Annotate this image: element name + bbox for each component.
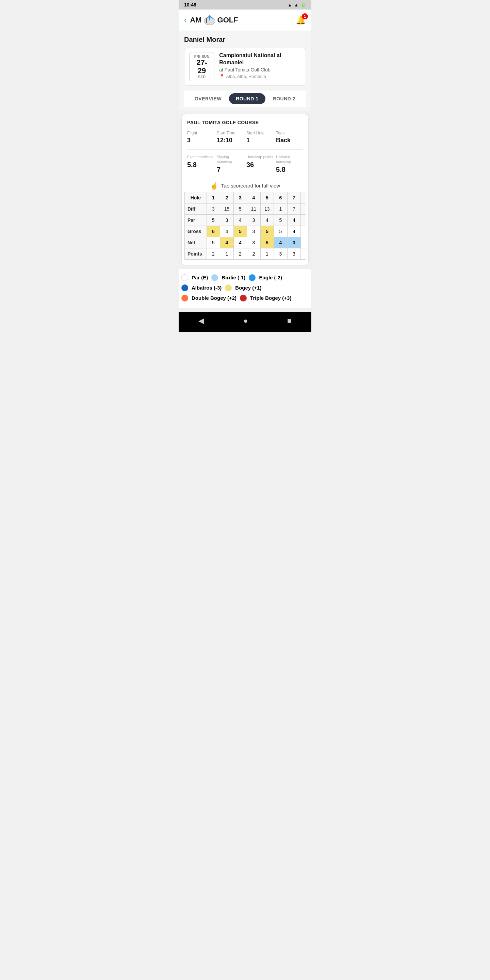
icon-battery: 🔋 — [301, 2, 306, 8]
back-button[interactable]: ‹ — [184, 16, 186, 24]
net-3: 4 — [234, 237, 247, 248]
notification-button[interactable]: 🔔 1 — [296, 15, 306, 25]
header-4: 4 — [247, 192, 260, 203]
diff-2: 15 — [220, 203, 234, 215]
header-2: 2 — [220, 192, 234, 203]
tab-round2[interactable]: ROUND 2 — [266, 93, 302, 104]
nav-back-button[interactable]: ◀ — [198, 317, 204, 325]
round-info-tees: Tees Back — [276, 130, 303, 144]
event-card: FRI-SUN 27-29 SEP Campionatul National a… — [184, 48, 306, 86]
tab-round1[interactable]: ROUND 1 — [229, 93, 266, 104]
course-title: PAUL TOMITA GOLF COURSE — [187, 120, 303, 125]
location-icon: 📍 — [219, 74, 224, 79]
par-6: 5 — [274, 215, 287, 226]
date-dates: 27-29 — [193, 59, 211, 75]
par-5: 4 — [260, 215, 274, 226]
header-6: 6 — [274, 192, 287, 203]
points-8: 2 — [301, 248, 305, 259]
legend-label-triple-bogey: Triple Bogey (+3) — [250, 295, 291, 301]
legend-dot-double-bogey — [181, 295, 188, 301]
header-5: 5 — [260, 192, 274, 203]
gross-5: 5 — [260, 226, 274, 237]
net-8: 3 — [301, 237, 305, 248]
legend-label-eagle: Eagle (-2) — [259, 275, 282, 280]
net-2: 4 — [220, 237, 234, 248]
legend-dot-par — [181, 274, 188, 281]
tap-hint-text: Tap scorecard for full view — [221, 183, 280, 189]
player-section: Daniel Morar FRI-SUN 27-29 SEP Campionat… — [179, 31, 311, 111]
scorecard-wrapper[interactable]: Hole 1 2 3 4 5 6 7 8 9 Out 10 Diff — [185, 192, 305, 259]
diff-8: 9 — [301, 203, 305, 215]
logo-text-golf: GOLF — [218, 16, 238, 24]
legend-label-birdie: Birdie (-1) — [221, 275, 245, 280]
legend-label-double-bogey: Double Bogey (+2) — [192, 295, 237, 301]
round-info-grid: Flight 3 Start Time 12:10 Start Hole 1 T… — [187, 130, 303, 144]
points-6: 3 — [274, 248, 287, 259]
diff-4: 11 — [247, 203, 260, 215]
tabs: OVERVIEW ROUND 1 ROUND 2 — [184, 91, 306, 107]
gross-8: 3 — [301, 226, 305, 237]
legend-dot-triple-bogey — [240, 295, 247, 301]
exact-handicap-label: Exact handicap — [187, 154, 214, 159]
main-content: PAUL TOMITA GOLF COURSE Flight 3 Start T… — [181, 114, 309, 266]
nav-recent-button[interactable]: ■ — [287, 317, 292, 325]
par-7: 4 — [287, 215, 301, 226]
gross-1: 6 — [207, 226, 220, 237]
gross-label: Gross — [185, 226, 207, 237]
starthole-value: 1 — [247, 137, 273, 144]
legend-row-double: Double Bogey (+2) Triple Bogey (+3) — [181, 295, 309, 301]
scorecard-diff-row: Diff 3 15 5 11 13 1 7 9 17 8 — [185, 203, 306, 215]
net-6: 4 — [274, 237, 287, 248]
flight-label: Flight — [187, 130, 214, 135]
gross-3: 5 — [234, 226, 247, 237]
tap-hint[interactable]: ☝ Tap scorecard for full view — [187, 179, 303, 192]
points-4: 2 — [247, 248, 260, 259]
event-name: Campionatul National al Romaniei — [219, 52, 301, 66]
legend-row-albatros: Albatros (-3) Bogey (+1) — [181, 285, 309, 291]
gross-4: 3 — [247, 226, 260, 237]
tab-overview[interactable]: OVERVIEW — [188, 93, 228, 104]
tap-icon: ☝ — [210, 182, 218, 190]
scorecard-points-row: Points 2 1 2 2 1 3 3 2 3 19 2 — [185, 248, 306, 259]
scorecard-header-row: Hole 1 2 3 4 5 6 7 8 9 Out 10 — [185, 192, 306, 203]
playing-handicap: Playing handicap 7 — [217, 154, 243, 173]
legend-dot-bogey — [225, 285, 232, 291]
diff-6: 1 — [274, 203, 287, 215]
tees-value: Back — [276, 137, 303, 144]
event-location-text: Alba, Alba, Romania — [226, 74, 266, 79]
header-1: 1 — [207, 192, 220, 203]
par-2: 3 — [220, 215, 234, 226]
legend: Par (E) Birdie (-1) Eagle (-2) Albatros … — [179, 269, 311, 308]
exact-handicap: Exact handicap 5.8 — [187, 154, 214, 173]
round-info-starthole: Start Hole 1 — [247, 130, 273, 144]
round-info-flight: Flight 3 — [187, 130, 214, 144]
legend-label-bogey: Bogey (+1) — [235, 285, 261, 291]
updated-handicap: Updated handicap 5.8 — [276, 154, 303, 173]
legend-dot-albatros — [181, 285, 188, 291]
diff-7: 7 — [287, 203, 301, 215]
points-7: 3 — [287, 248, 301, 259]
starttime-label: Start Time — [217, 130, 243, 135]
svg-point-3 — [208, 15, 211, 18]
icon-wifi: ▲ — [288, 2, 292, 8]
exact-handicap-value: 5.8 — [187, 161, 214, 169]
nav-home-button[interactable]: ● — [243, 317, 248, 325]
logo: AM GOLF — [190, 14, 238, 27]
event-info: Campionatul National al Romaniei at Paul… — [219, 52, 301, 79]
legend-dot-eagle — [249, 274, 256, 281]
scorecard-par-row: Par 5 3 4 3 4 5 4 3 5 36 3 — [185, 215, 306, 226]
diff-5: 13 — [260, 203, 274, 215]
starttime-value: 12:10 — [217, 137, 243, 144]
diff-1: 3 — [207, 203, 220, 215]
scorecard-net-row: Net 5 4 4 3 5 4 3 3 4 35 3 — [185, 237, 306, 248]
player-name: Daniel Morar — [184, 36, 306, 43]
starthole-label: Start Hole — [247, 130, 273, 135]
handicap-points-value: 36 — [247, 161, 273, 169]
status-bar: 10:48 ▲ ▲ 🔋 — [179, 0, 311, 10]
gross-6: 5 — [274, 226, 287, 237]
points-2: 1 — [220, 248, 234, 259]
points-1: 2 — [207, 248, 220, 259]
header-hole: Hole — [185, 192, 207, 203]
par-3: 4 — [234, 215, 247, 226]
date-month: SEP — [193, 75, 211, 79]
